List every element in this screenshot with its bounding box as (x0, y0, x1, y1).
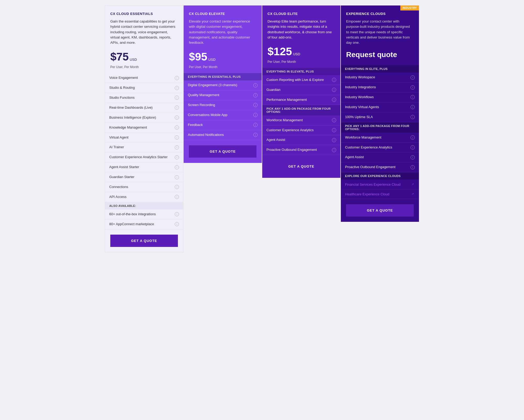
feature-cxa-starter: Customer Experience Analytics Starter i (105, 152, 183, 162)
plan-elevate-header: CX CLOUD ELEVATE Elevate your contact ce… (184, 5, 262, 73)
plan-elevate-usd: USD (208, 58, 215, 62)
plan-elevate-cta-button[interactable]: GET A QUOTE (189, 145, 256, 158)
plan-experience: INDUSTRY EXPERIENCE CLOUDS Empower your … (341, 5, 419, 222)
feature-virtual-agent: Virtual Agent i (105, 133, 183, 143)
info-icon-ai-trainer[interactable]: i (175, 145, 179, 150)
info-icon-exp-agent-assist[interactable]: i (411, 155, 415, 159)
feature-integrations: 60+ out-of-the-box integrations i (105, 209, 183, 219)
info-icon-elite-poe[interactable]: i (332, 148, 336, 152)
feature-conversations-mobile: Conversations Mobile App i (184, 110, 262, 120)
plan-essentials-features: Voice Engagement i Studio & Routing i St… (105, 73, 183, 229)
plan-experience-section-header: EVERYTHING IN ELITE, PLUS (341, 65, 419, 73)
info-icon-integrations[interactable]: i (175, 212, 179, 216)
plan-elite-section-header: EVERYTHING IN ELEVATE, PLUS (262, 68, 340, 75)
info-icon-custom-reporting[interactable]: i (332, 78, 336, 82)
plan-elite-description: Develop Elite team performance, turn ins… (268, 19, 335, 40)
plan-essentials: CX CLOUD ESSENTIALS Gain the essential c… (105, 5, 183, 252)
feature-guardian-starter: Guardian Starter i (105, 172, 183, 182)
external-link-icon-financial: ↗ (411, 182, 415, 186)
plan-essentials-price-block: $75USD (110, 51, 178, 63)
feature-guardian: Guardian i (262, 85, 340, 95)
info-icon-performance[interactable]: i (332, 98, 336, 102)
plan-experience-name: EXPERIENCE CLOUDS (346, 12, 414, 16)
feature-api-access: API Access i (105, 192, 183, 202)
financial-services-cloud-link[interactable]: Financial Services Experience Cloud ↗ (341, 180, 419, 189)
plan-essentials-description: Gain the essential capabilities to get y… (110, 19, 178, 45)
info-icon-uptime-sla[interactable]: i (411, 115, 415, 119)
feature-industry-virtual-agents: Industry Virtual Agents i (341, 102, 419, 112)
info-icon-conversations[interactable]: i (253, 113, 258, 117)
plan-experience-addon-header: PICK ANY 1 ADD-ON PACKAGE FROM FOUR OPTI… (341, 122, 419, 133)
info-icon-exp-wfm[interactable]: i (411, 135, 415, 140)
feature-connections: Connections i (105, 182, 183, 192)
info-icon-elite-wfm[interactable]: i (332, 118, 336, 122)
info-icon-cxa-starter[interactable]: i (175, 155, 179, 159)
healthcare-cloud-label: Healthcare Experience Cloud (345, 192, 389, 196)
feature-industry-workflows: Industry Workflows i (341, 92, 419, 102)
explore-clouds-header: EXPLORE OUR EXPERIENCE CLOUDS (341, 172, 419, 180)
plan-experience-description: Empower your contact center with purpose… (346, 19, 414, 45)
info-icon-exp-poe[interactable]: i (411, 165, 415, 169)
info-icon-industry-integrations[interactable]: i (411, 85, 415, 90)
info-icon-industry-workspace[interactable]: i (411, 75, 415, 80)
plan-elite-name: CX CLOUD ELITE (268, 12, 335, 16)
info-icon-digital[interactable]: i (253, 83, 258, 87)
info-icon-guardian-starter[interactable]: i (175, 175, 179, 179)
info-icon-agent-assist-starter[interactable]: i (175, 165, 179, 169)
info-icon-km[interactable]: i (175, 125, 179, 130)
info-icon-realtime[interactable]: i (175, 106, 179, 110)
info-icon-exp-cxa[interactable]: i (411, 145, 415, 150)
feature-agent-assist-starter: Agent Assist Starter i (105, 162, 183, 172)
plan-elite-cta-section: GET A QUOTE (262, 155, 340, 178)
plan-elevate-name: CX CLOUD ELEVATE (189, 12, 256, 16)
feature-automated-notifications: Automated Notifications i (184, 130, 262, 140)
feature-realtime-dashboards: Real-time Dashboards (Live) i (105, 103, 183, 113)
plan-experience-cta-button[interactable]: GET A QUOTE (346, 204, 414, 217)
info-icon-industry-virtual-agents[interactable]: i (411, 105, 415, 109)
plan-elite-cta-button[interactable]: GET A QUOTE (268, 160, 335, 173)
request-quote: Request quote (346, 51, 414, 59)
feature-exp-cxa: Customer Experience Analytics i (341, 143, 419, 153)
plan-essentials-price: $75 (110, 51, 129, 63)
plan-elevate-cta-section: GET A QUOTE (184, 140, 262, 163)
plan-essentials-cta-button[interactable]: GET A QUOTE (110, 235, 178, 247)
feature-business-intelligence: Business Intelligence (Explore) i (105, 113, 183, 123)
info-icon-virtual-agent[interactable]: i (175, 135, 179, 140)
info-icon-bi[interactable]: i (175, 115, 179, 120)
info-icon-feedback[interactable]: i (253, 123, 258, 127)
info-icon-elite-cxa[interactable]: i (332, 128, 336, 132)
plan-experience-cta-section: GET A QUOTE (341, 199, 419, 222)
info-icon-automated[interactable]: i (253, 133, 258, 137)
info-icon-qm[interactable]: i (253, 93, 258, 97)
healthcare-cloud-link[interactable]: Healthcare Experience Cloud ↗ (341, 189, 419, 199)
plan-elite-header: CX CLOUD ELITE Develop Elite team perfor… (262, 5, 340, 68)
info-icon-industry-workflows[interactable]: i (411, 95, 415, 99)
info-icon-screen-recording[interactable]: i (253, 103, 258, 107)
feature-industry-integrations: Industry Integrations i (341, 82, 419, 92)
feature-appconnect: 80+ AppConnect marketplace i (105, 219, 183, 229)
feature-elite-poe: Proactive Outbound Engagement i (262, 145, 340, 155)
plan-elevate-features: EVERYTHING IN ESSENTIALS, PLUS Digital E… (184, 73, 262, 140)
info-icon-appconnect[interactable]: i (175, 222, 179, 226)
info-icon-guardian[interactable]: i (332, 88, 336, 92)
plan-essentials-cta-section: GET A QUOTE (105, 229, 183, 252)
plan-elite-addon-header: PICK ANY 1 ADD-ON PACKAGE FROM FOUR OPTI… (262, 105, 340, 115)
feature-elite-wfm: Workforce Management i (262, 115, 340, 125)
plan-elevate-price-block: $95USD (189, 51, 256, 63)
feature-exp-poe: Proactive Outbound Engagement i (341, 162, 419, 172)
info-icon-voice[interactable]: i (175, 76, 179, 80)
info-icon-api-access[interactable]: i (175, 195, 179, 199)
plan-essentials-usd: USD (130, 58, 137, 62)
feature-studio-functions: Studio Functions i (105, 93, 183, 103)
feature-performance-management: Performance Management i (262, 95, 340, 105)
feature-voice-engagement: Voice Engagement i (105, 73, 183, 83)
also-available-header: ALSO AVAILABLE: (105, 202, 183, 209)
plan-elevate-price: $95 (189, 51, 207, 63)
info-icon-elite-agent-assist[interactable]: i (332, 138, 336, 142)
info-icon-studio-routing[interactable]: i (175, 86, 179, 90)
plan-essentials-name: CX CLOUD ESSENTIALS (110, 12, 178, 16)
info-icon-connections[interactable]: i (175, 185, 179, 189)
plan-essentials-header: CX CLOUD ESSENTIALS Gain the essential c… (105, 5, 183, 73)
plan-elevate-price-per: Per User, Per Month (189, 65, 256, 69)
info-icon-studio-functions[interactable]: i (175, 96, 179, 100)
